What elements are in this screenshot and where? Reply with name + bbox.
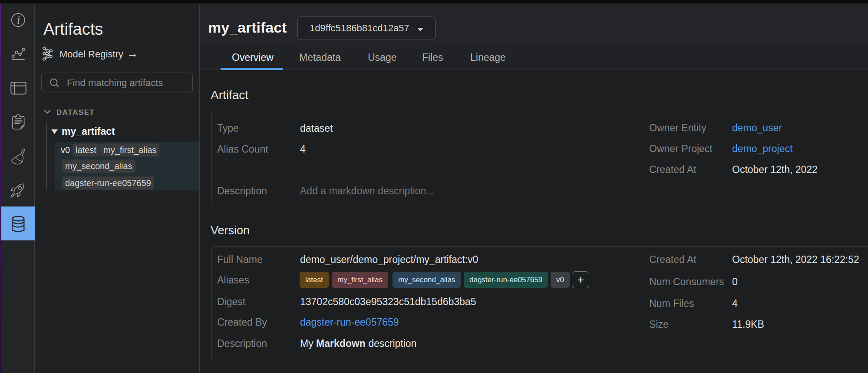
svg-text:i: i (17, 13, 20, 27)
